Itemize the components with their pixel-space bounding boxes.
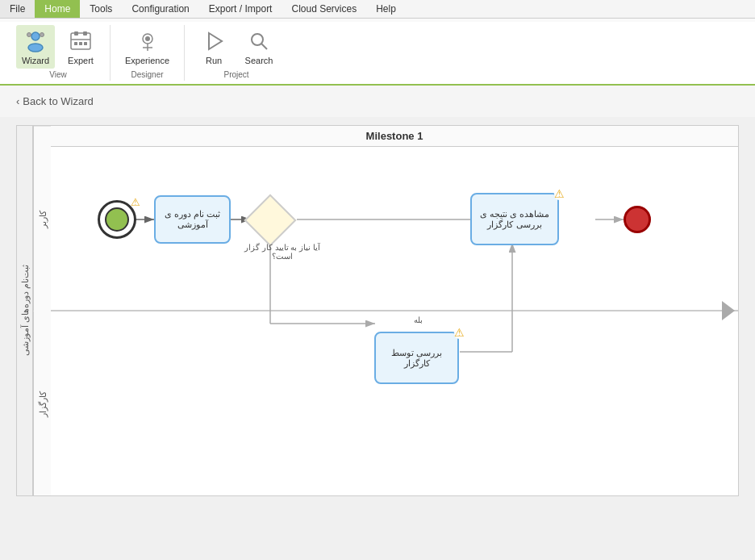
svg-rect-10	[84, 42, 87, 45]
svg-point-1	[28, 44, 43, 52]
svg-point-0	[31, 32, 40, 40]
vertical-label-container: ثبت‌نام دوره‌های آموزشی	[17, 126, 33, 495]
view-group-label: View	[16, 70, 100, 79]
gateway-label: آیا نیاز به تایید کار گزار است؟	[238, 243, 327, 261]
lane-divider	[51, 310, 738, 311]
designer-buttons: Experience	[120, 25, 174, 69]
menu-bar: File Home Tools Configuration Export / I…	[0, 0, 755, 19]
lane-label-top: کاربر	[33, 126, 51, 311]
menu-home[interactable]: Home	[35, 0, 80, 18]
svg-line-17	[261, 44, 267, 49]
menu-help[interactable]: Help	[366, 0, 406, 18]
diagram-canvas: ثبت‌نام دوره‌های آموزشی کاربر کارگزار Mi…	[16, 125, 739, 496]
lane-label-bottom: کارگزار	[33, 311, 51, 496]
yes-label: بله	[414, 316, 423, 324]
review-result-warning: ⚠	[554, 187, 565, 200]
svg-point-16	[252, 34, 263, 45]
experience-icon	[135, 28, 161, 54]
project-group-label: Project	[194, 70, 278, 79]
ribbon-group-project: Run Search Project	[185, 25, 288, 81]
review-by-node[interactable]: ⚠ بررسی توسط کارگزار	[374, 332, 459, 384]
review-result-node[interactable]: ⚠ مشاهده ی نتیجه ی بررسی کارگزار	[470, 193, 559, 245]
ribbon-content: Wizard Exp	[0, 22, 755, 84]
search-label: Search	[245, 56, 273, 65]
back-chevron-icon: ‹	[16, 95, 19, 107]
lane-kabar-label: کاربر	[37, 210, 48, 228]
svg-rect-9	[79, 42, 82, 45]
gateway-node	[244, 194, 296, 246]
nav-arrow[interactable]	[722, 301, 735, 320]
start-event-inner	[105, 207, 129, 232]
expert-label: Expert	[68, 56, 94, 65]
wizard-label: Wizard	[22, 56, 49, 65]
designer-group-label: Designer	[120, 70, 174, 79]
end-event	[624, 206, 651, 233]
svg-rect-5	[74, 31, 78, 36]
review-by-warning: ⚠	[454, 326, 465, 339]
search-button[interactable]: Search	[240, 25, 278, 69]
menu-configuration[interactable]: Configuration	[122, 0, 198, 18]
view-buttons: Wizard Exp	[16, 25, 100, 69]
milestone-header: Milestone 1	[51, 126, 738, 147]
svg-point-14	[145, 36, 150, 41]
run-button[interactable]: Run	[194, 25, 233, 69]
svg-point-3	[40, 33, 44, 37]
start-warning-badge: ⚠	[131, 196, 140, 208]
run-icon	[201, 28, 227, 54]
lane-kargozar-label: کارگزار	[37, 391, 48, 416]
back-to-wizard-link[interactable]: ‹ Back to Wizard	[16, 95, 94, 107]
milestone-title: Milestone 1	[366, 130, 423, 142]
run-label: Run	[206, 56, 222, 65]
menu-export-import[interactable]: Export / Import	[199, 0, 282, 18]
svg-point-2	[27, 33, 31, 37]
register-label: ثبت نام دوره ی آموزشی	[159, 209, 226, 230]
svg-rect-8	[74, 42, 77, 45]
review-result-label: مشاهده ی نتیجه ی بررسی کارگزار	[475, 209, 554, 230]
register-node[interactable]: ثبت نام دوره ی آموزشی	[154, 195, 231, 244]
experience-label: Experience	[125, 56, 169, 65]
menu-cloud-services[interactable]: Cloud Services	[282, 0, 366, 18]
menu-tools[interactable]: Tools	[80, 0, 122, 18]
content-area: Milestone 1	[51, 126, 738, 495]
back-to-wizard-label: Back to Wizard	[23, 95, 93, 107]
expert-button[interactable]: Expert	[61, 25, 100, 69]
svg-rect-6	[83, 31, 87, 36]
svg-rect-4	[71, 33, 90, 49]
start-event: ⚠	[98, 200, 136, 239]
lane-label-col: کاربر کارگزار	[33, 126, 51, 495]
menu-file[interactable]: File	[0, 0, 35, 18]
back-bar: ‹ Back to Wizard	[0, 86, 755, 117]
ribbon: Wizard Exp	[0, 19, 755, 86]
ribbon-group-designer: Experience Designer	[111, 25, 185, 81]
wizard-icon	[23, 28, 48, 54]
vertical-label-text: ثبت‌نام دوره‌های آموزشی	[19, 265, 30, 356]
swim-lanes: کاربر کارگزار Milestone 1	[33, 126, 738, 495]
expert-icon	[68, 28, 94, 54]
experience-button[interactable]: Experience	[120, 25, 174, 69]
ribbon-group-view: Wizard Exp	[6, 25, 111, 81]
wizard-button[interactable]: Wizard	[16, 25, 55, 69]
review-by-label: بررسی توسط کارگزار	[379, 348, 454, 369]
project-buttons: Run Search	[194, 25, 278, 69]
svg-marker-15	[209, 33, 222, 49]
search-icon	[246, 28, 272, 54]
